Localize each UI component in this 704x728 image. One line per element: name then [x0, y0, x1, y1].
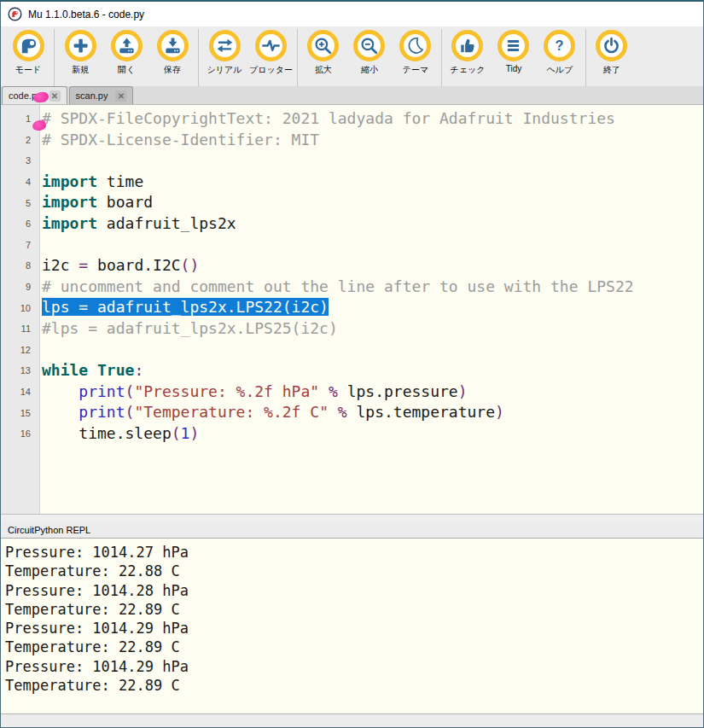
magnifier-plus-icon — [307, 30, 339, 61]
pulse-wave-icon — [255, 30, 287, 61]
toolbar-button-quit[interactable]: 終了 — [589, 29, 635, 76]
tab-scan.py[interactable]: scan.py✕ — [69, 86, 134, 104]
toolbar-button-help[interactable]: ?ヘルプ — [537, 29, 583, 76]
code-text: # uncomment and comment out the line aft… — [39, 277, 634, 298]
line-number: 9 — [1, 282, 39, 292]
code-text: import board — [39, 192, 153, 213]
magnifier-minus-icon — [353, 30, 385, 61]
title-bar: Mu 1.1.0.beta.6 - code.py — [1, 2, 703, 26]
toolbar: モード新規開く保存シリアルプロッター拡大縮小テーマチェックTidy?ヘルプ終了 — [1, 26, 703, 86]
repl-header-label: CircuitPython REPL — [8, 525, 90, 535]
toolbar-group: チェックTidy?ヘルプ — [442, 29, 586, 86]
repl-line: Pressure: 1014.28 hPa — [5, 581, 703, 600]
toolbar-button-check[interactable]: チェック — [445, 29, 491, 76]
code-text: time.sleep(1) — [39, 423, 199, 445]
crescent-moon-icon — [399, 30, 431, 61]
tab-label: scan.py — [76, 90, 108, 101]
line-number: 14 — [1, 387, 39, 397]
code-line: 15 print("Temperature: %.2f C" % lps.tem… — [1, 402, 703, 423]
line-number: 16 — [1, 428, 39, 439]
line-number: 3 — [1, 155, 39, 166]
toolbar-button-tidy[interactable]: Tidy — [491, 29, 537, 73]
toolbar-button-open[interactable]: 開く — [103, 29, 149, 76]
code-line: 1# SPDX-FileCopyrightText: 2021 ladyada … — [1, 108, 703, 130]
toolbar-button-zoom-in[interactable]: 拡大 — [300, 29, 346, 76]
line-number: 10 — [1, 303, 39, 313]
toolbar-button-label: 拡大 — [315, 64, 332, 76]
toolbar-group: シリアルプロッター — [199, 29, 298, 86]
toolbar-button-label: プロッター — [249, 64, 293, 76]
code-text: import adafruit_lps2x — [39, 213, 236, 235]
code-line: 16 time.sleep(1) — [1, 423, 703, 445]
upload-tray-icon — [111, 30, 143, 61]
code-text: lps = adafruit_lps2x.LPS22(i2c) — [39, 297, 329, 318]
toolbar-button-label: Tidy — [506, 64, 522, 73]
mu-logo-icon — [8, 7, 22, 21]
repl-line: Temperature: 22.89 C — [5, 676, 703, 695]
code-line: 14 print("Pressure: %.2f hPa" % lps.pres… — [1, 381, 703, 403]
code-editor[interactable]: 1# SPDX-FileCopyrightText: 2021 ladyada … — [1, 105, 703, 514]
toolbar-button-label: ヘルプ — [547, 64, 573, 76]
toolbar-button-label: チェック — [450, 64, 485, 76]
toolbar-group: 拡大縮小テーマ — [298, 29, 442, 86]
code-line: 5import board — [1, 192, 703, 213]
code-line: 2# SPDX-License-Identifier: MIT — [1, 130, 703, 151]
splitter[interactable] — [1, 514, 703, 521]
code-line: 9# uncomment and comment out the line af… — [1, 277, 703, 298]
window-title: Mu 1.1.0.beta.6 - code.py — [28, 9, 144, 20]
repl-output[interactable]: Pressure: 1014.27 hPaTemperature: 22.88 … — [1, 539, 703, 713]
repl-line: Temperature: 22.89 C — [5, 600, 703, 619]
tab-bar: code.py✕scan.py✕ — [1, 86, 703, 105]
line-number: 13 — [1, 365, 39, 376]
toolbar-button-serial[interactable]: シリアル — [201, 29, 247, 76]
three-bars-icon — [497, 30, 529, 61]
repl-line: Temperature: 22.89 C — [5, 638, 703, 656]
toolbar-button-label: 開く — [118, 64, 135, 76]
mu-editor-window: Mu 1.1.0.beta.6 - code.py モード新規開く保存シリアルプ… — [0, 0, 704, 728]
thumbs-up-icon — [451, 30, 483, 61]
toolbar-button-mode[interactable]: モード — [5, 29, 51, 76]
line-number: 12 — [1, 345, 39, 355]
toolbar-group: 終了 — [586, 29, 637, 86]
close-icon[interactable]: ✕ — [49, 90, 61, 102]
code-line: 6import adafruit_lps2x — [1, 213, 703, 235]
toolbar-button-save[interactable]: 保存 — [149, 29, 195, 76]
code-line: 11#lps = adafruit_lps2x.LPS25(i2c) — [1, 318, 703, 340]
code-text: i2c = board.I2C() — [39, 255, 199, 277]
close-icon[interactable]: ✕ — [115, 90, 126, 102]
question-mark-icon: ? — [544, 30, 575, 61]
code-text: print("Temperature: %.2f C" % lps.temper… — [39, 402, 504, 423]
mu-mode-icon — [13, 30, 44, 61]
code-text: #lps = adafruit_lps2x.LPS25(i2c) — [39, 318, 338, 340]
code-text: while True: — [39, 360, 143, 381]
download-tray-icon — [157, 30, 189, 61]
line-number: 15 — [1, 408, 39, 418]
code-line: 8i2c = board.I2C() — [1, 255, 703, 277]
repl-line: Pressure: 1014.29 hPa — [5, 619, 703, 638]
code-text: # SPDX-FileCopyrightText: 2021 ladyada f… — [39, 108, 615, 130]
swap-arrows-icon — [209, 30, 241, 61]
toolbar-button-zoom-out[interactable]: 縮小 — [346, 29, 393, 76]
svg-text:?: ? — [556, 38, 564, 53]
repl-line: Temperature: 22.88 C — [5, 562, 703, 580]
code-line: 4import time — [1, 172, 703, 193]
toolbar-button-label: モード — [15, 64, 41, 76]
toolbar-button-theme[interactable]: テーマ — [393, 29, 439, 76]
repl-line: Pressure: 1014.27 hPa — [5, 543, 703, 562]
line-number: 5 — [1, 198, 39, 208]
code-line: 3 — [1, 150, 703, 172]
line-number: 2 — [1, 135, 39, 145]
code-line: 10lps = adafruit_lps2x.LPS22(i2c) — [1, 297, 703, 318]
line-number: 8 — [1, 260, 39, 271]
code-line: 12 — [1, 340, 703, 361]
toolbar-button-label: 新規 — [72, 64, 89, 76]
toolbar-button-plotter[interactable]: プロッター — [247, 29, 294, 76]
line-number: 11 — [1, 323, 39, 334]
repl-line: Pressure: 1014.29 hPa — [5, 657, 703, 676]
code-line: 7 — [1, 235, 703, 256]
code-text: print("Pressure: %.2f hPa" % lps.pressur… — [39, 381, 468, 403]
toolbar-button-label: 保存 — [164, 64, 181, 76]
toolbar-button-new[interactable]: 新規 — [57, 29, 103, 76]
toolbar-button-label: シリアル — [207, 64, 242, 76]
toolbar-button-label: 縮小 — [361, 64, 378, 76]
